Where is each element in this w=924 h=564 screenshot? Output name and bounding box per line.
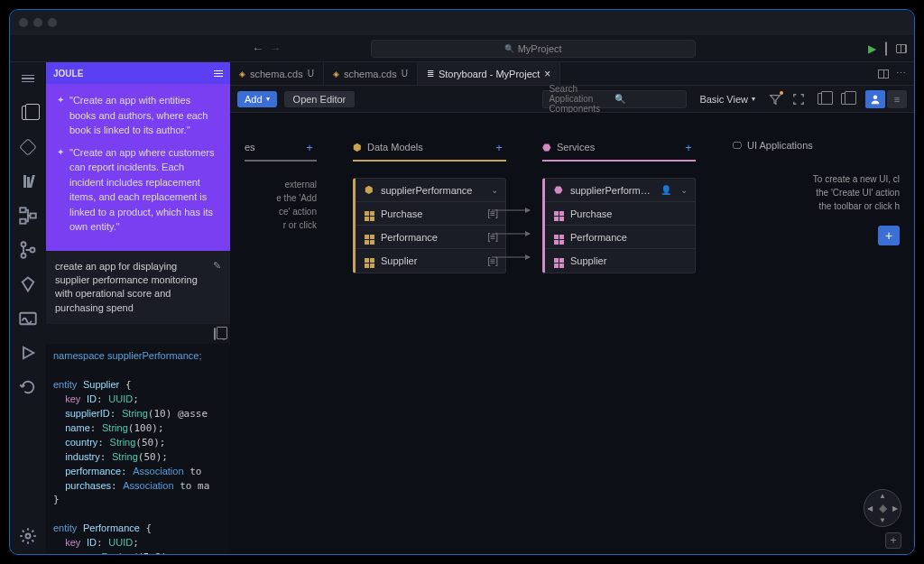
entity-label: Supplier — [570, 255, 688, 266]
details-icon[interactable]: [≡] — [488, 256, 498, 266]
tab-schema-2[interactable]: ◈schema.cdsU — [324, 62, 418, 85]
toggle-user[interactable] — [865, 90, 885, 108]
chevron-down-icon[interactable]: ⌄ — [491, 185, 498, 195]
maximize-dot[interactable] — [48, 18, 57, 27]
menu-icon[interactable] — [19, 69, 37, 88]
split-editor-icon[interactable] — [878, 69, 889, 79]
toggle-list[interactable]: ≡ — [887, 90, 907, 108]
suggestion-1[interactable]: ✦"Create an app with entities books and … — [57, 93, 219, 138]
sv-row-purchase[interactable]: Purchase — [545, 202, 695, 226]
chevron-down-icon[interactable]: ⌄ — [680, 185, 688, 195]
details-icon[interactable]: [≡] — [488, 232, 498, 242]
editor-area: ◈schema.cdsU ◈schema.cdsU ≣Storyboard - … — [230, 62, 914, 554]
nav-back[interactable]: ← — [252, 42, 263, 55]
data-model-icon: ⬢ — [353, 142, 362, 153]
frame-icon[interactable] — [791, 92, 806, 106]
add-service[interactable]: + — [681, 140, 696, 154]
topbar: ← → MyProject ▶ — [10, 35, 914, 62]
hex-icon[interactable] — [19, 138, 37, 156]
nav-forward[interactable]: → — [269, 42, 281, 55]
clone-icon[interactable] — [838, 92, 853, 106]
entity-icon — [552, 207, 565, 221]
more-tabs-icon[interactable]: ⋯ — [896, 68, 907, 79]
tab-schema-1[interactable]: ◈schema.cdsU — [230, 62, 324, 85]
search-icon: 🔍 — [614, 94, 680, 104]
entity-label: Performance — [570, 232, 688, 243]
tab-label: schema.cds — [250, 69, 303, 79]
code-actions — [46, 324, 230, 344]
tab-modified: U — [402, 69, 408, 79]
run-debug-icon[interactable] — [19, 344, 37, 362]
diamond-icon[interactable] — [19, 275, 37, 293]
copy-code-icon[interactable] — [214, 328, 216, 339]
joule-suggestions: ✦"Create an app with entities books and … — [46, 84, 230, 251]
filter-icon[interactable] — [768, 92, 782, 106]
close-dot[interactable] — [19, 18, 28, 27]
sv-title: supplierPerformanc... — [570, 185, 655, 196]
library-icon[interactable] — [19, 172, 37, 190]
suggestion-2[interactable]: ✦"Create an app where customers can repo… — [57, 145, 219, 235]
add-label: Add — [245, 94, 263, 105]
joule-menu-icon[interactable] — [214, 70, 223, 77]
user-icon[interactable]: 👤 — [661, 185, 671, 195]
view-selector[interactable]: Basic View — [694, 94, 761, 105]
sv-card-header[interactable]: ⬣supplierPerformanc...👤⌄ — [545, 179, 695, 202]
column-external-services: es + external e the 'Add ce' action r or… — [245, 140, 317, 527]
structure-icon[interactable] — [19, 207, 37, 225]
storyboard-icon: ≣ — [427, 69, 434, 79]
sv-card: ⬣supplierPerformanc...👤⌄ Purchase Perfor… — [542, 178, 696, 273]
pan-compass[interactable]: ▲▼▶◀ — [864, 489, 901, 527]
create-ui-button[interactable]: + — [878, 226, 900, 245]
copy-icon[interactable] — [815, 92, 829, 106]
col-header-dm: ⬢Data Models + — [353, 140, 506, 162]
col-label: Data Models — [367, 142, 423, 153]
dm-row-performance[interactable]: Performance[≡] — [356, 226, 505, 249]
minimize-dot[interactable] — [33, 18, 42, 27]
storyboard-canvas[interactable]: es + external e the 'Add ce' action r or… — [230, 113, 914, 554]
svg-point-4 — [22, 254, 26, 258]
service-icon: ⬣ — [552, 184, 565, 196]
add-button[interactable]: Add — [237, 91, 277, 107]
add-data-model[interactable]: + — [492, 140, 506, 154]
source-control-icon[interactable] — [19, 241, 37, 259]
monitor-icon: 🖵 — [732, 140, 742, 151]
entity-icon — [363, 230, 375, 245]
view-toggle: ≡ — [865, 90, 907, 108]
column-services: ⬣Services + ⬣supplierPerformanc...👤⌄ Pur… — [542, 140, 696, 527]
entity-label: Performance — [381, 232, 483, 243]
col-label: es — [245, 142, 255, 153]
add-external-service[interactable]: + — [302, 140, 317, 154]
tabs-actions: ⋯ — [871, 62, 914, 85]
explorer-icon[interactable] — [19, 104, 37, 122]
sparkle-icon: ✦ — [57, 145, 64, 235]
dm-row-supplier[interactable]: Supplier[≡] — [356, 249, 505, 273]
view-label: Basic View — [699, 94, 748, 105]
joule-header: JOULE — [46, 62, 230, 84]
run-config-icon[interactable] — [885, 42, 887, 55]
entity-icon — [363, 254, 375, 268]
close-tab-icon[interactable]: × — [544, 68, 550, 80]
wave-icon[interactable] — [19, 310, 37, 328]
loop-icon[interactable] — [19, 378, 37, 396]
column-data-models: ⬢Data Models + ⬢supplierPerformance⌄ Pur… — [353, 140, 506, 527]
zoom-in-button[interactable]: + — [885, 532, 901, 549]
details-icon[interactable]: [≡] — [488, 208, 498, 218]
open-editor-button[interactable]: Open Editor — [284, 91, 356, 107]
sv-row-performance[interactable]: Performance — [545, 226, 695, 249]
component-search[interactable]: Search Application Components🔍 — [542, 90, 687, 108]
toolbar-icons — [768, 92, 853, 106]
column-ui-apps: 🖵UI Applications To create a new UI, cl … — [732, 140, 900, 527]
settings-gear-icon[interactable] — [19, 527, 37, 545]
ui-hint: To create a new UI, cl the 'Create UI' a… — [732, 172, 900, 213]
tab-storyboard[interactable]: ≣Storyboard - MyProject× — [418, 62, 561, 85]
command-palette[interactable]: MyProject — [371, 40, 696, 58]
layout-icon[interactable] — [896, 44, 907, 53]
joule-panel: JOULE ✦"Create an app with entities book… — [46, 62, 230, 554]
dm-row-purchase[interactable]: Purchase[≡] — [356, 202, 505, 226]
sparkle-icon: ✦ — [57, 93, 64, 138]
edit-prompt-icon[interactable]: ✎ — [213, 260, 221, 272]
dm-card-header[interactable]: ⬢supplierPerformance⌄ — [356, 179, 505, 202]
sv-row-supplier[interactable]: Supplier — [545, 249, 695, 273]
run-icon[interactable]: ▶ — [868, 42, 876, 55]
entity-label: Supplier — [381, 255, 483, 266]
